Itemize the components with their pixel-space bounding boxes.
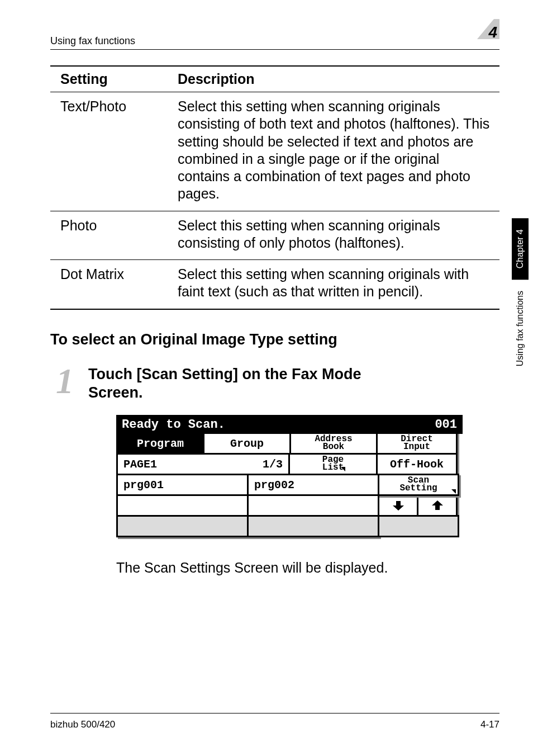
table-row: Text/Photo Select this setting when scan…: [50, 92, 499, 211]
lcd-screen: Ready to Scan. 001 Program Group Address…: [116, 415, 463, 537]
page-list-button[interactable]: PageList: [288, 453, 378, 475]
program-slot-button[interactable]: [247, 515, 379, 537]
step-block: 1 Touch [Scan Setting] on the Fax Mode S…: [56, 365, 499, 403]
section-heading: To select an Original Image Type setting: [50, 331, 499, 348]
side-tab-chapter: Chapter 4: [512, 218, 529, 280]
lcd-status-count: 001: [435, 418, 457, 432]
program-slot-button[interactable]: prg002: [247, 474, 379, 496]
svg-marker-1: [432, 500, 443, 510]
lcd-page-fraction: 1/3: [237, 453, 290, 475]
svg-marker-0: [393, 501, 404, 511]
arrow-up-button[interactable]: [417, 494, 458, 517]
program-slot-button[interactable]: prg001: [116, 474, 249, 496]
page-header: Using fax functions 4: [50, 22, 499, 50]
off-hook-button[interactable]: Off-Hook: [376, 453, 458, 475]
tab-program[interactable]: Program: [116, 432, 204, 455]
side-tab-title: Using fax functions: [512, 280, 529, 377]
arrow-down-button[interactable]: [378, 494, 418, 517]
scan-setting-button[interactable]: ScanSetting: [378, 474, 459, 496]
corner-indicator-icon: [451, 489, 456, 494]
th-description: Description: [168, 66, 499, 92]
program-slot-button[interactable]: [116, 515, 249, 537]
page-footer: bizhub 500/420 4-17: [50, 713, 499, 730]
step-instruction: Touch [Scan Setting] on the Fax Mode Scr…: [88, 365, 401, 403]
chapter-number: 4: [488, 23, 497, 41]
chapter-corner: 4: [470, 22, 499, 47]
cell-description: Select this setting when scanning origin…: [168, 92, 499, 211]
step-number: 1: [56, 365, 74, 398]
tab-group[interactable]: Group: [203, 432, 291, 455]
footer-page-number: 4-17: [480, 719, 499, 730]
lcd-status-bar: Ready to Scan. 001: [116, 415, 463, 434]
cell-setting: Photo: [50, 211, 168, 260]
footer-model: bizhub 500/420: [50, 719, 115, 730]
program-slot-button[interactable]: [247, 494, 379, 517]
th-setting: Setting: [50, 66, 168, 92]
tab-address-book[interactable]: AddressBook: [289, 432, 378, 455]
cell-description: Select this setting when scanning origin…: [168, 211, 499, 260]
cell-setting: Dot Matrix: [50, 260, 168, 309]
lcd-blank-area: [378, 515, 459, 537]
lcd-status-text: Ready to Scan.: [122, 418, 225, 432]
table-row: Dot Matrix Select this setting when scan…: [50, 260, 499, 309]
step-result-text: The Scan Settings Screen will be display…: [116, 560, 499, 576]
table-row: Photo Select this setting when scanning …: [50, 211, 499, 260]
tab-direct-input[interactable]: DirectInput: [376, 432, 458, 455]
lcd-page-label: PAGE1: [116, 453, 239, 475]
program-slot-button[interactable]: [116, 494, 249, 517]
cell-setting: Text/Photo: [50, 92, 168, 211]
header-section-title: Using fax functions: [50, 35, 135, 47]
settings-table: Setting Description Text/Photo Select th…: [50, 65, 499, 310]
side-tab: Chapter 4 Using fax functions: [512, 218, 533, 453]
cell-description: Select this setting when scanning origin…: [168, 260, 499, 309]
